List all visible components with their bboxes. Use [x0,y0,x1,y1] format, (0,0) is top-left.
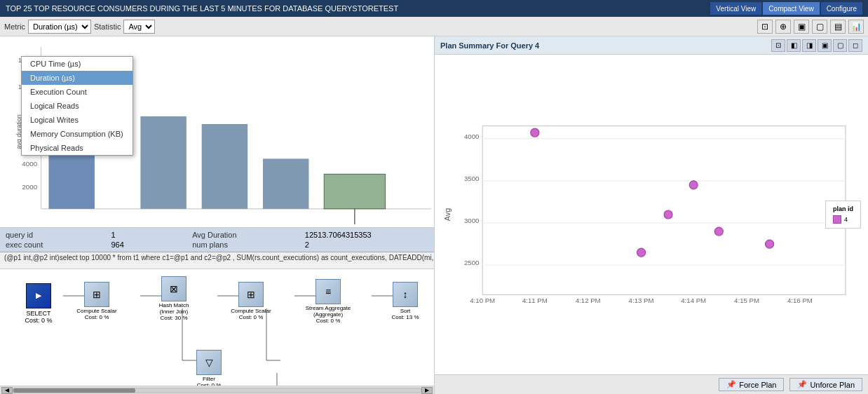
vertical-view-btn[interactable]: Vertical View [710,2,761,15]
force-plan-btn[interactable]: 📌 Force Plan [719,378,784,391]
title-bar: TOP 25 TOP RESOURCE CONSUMERS DURING THE… [0,0,868,17]
configure-btn[interactable]: Configure [821,2,862,15]
svg-text:4000: 4000 [464,133,479,140]
right-panel: Plan Summary For Query 4 ⊡ ◧ ◨ ▣ ▢ ◻ Avg… [435,36,868,394]
right-header-icons: ⊡ ◧ ◨ ▣ ▢ ◻ [771,39,862,52]
hash-match-1-node: ⊠ Hash Match(Inner Join)Cost: 30 % [161,276,202,321]
svg-point-53 [637,248,646,257]
force-plan-bar: 📌 Force Plan 📌 Unforce Plan [435,374,868,394]
legend-title: plan id [833,205,853,212]
sql-text: (@p1 int,@p2 int)select top 10000 * from… [4,254,434,261]
metric-dropdown[interactable]: CPU Time (µs) Duration (µs) Execution Co… [21,56,133,156]
svg-text:4:12 PM: 4:12 PM [576,297,601,304]
chart-type-btn[interactable]: 📊 [848,20,864,34]
stream-agg-1-label: Stream Aggregate(Aggregate)Cost: 0 % [297,305,360,324]
svg-text:3000: 3000 [464,217,479,224]
dropdown-item-cpu[interactable]: CPU Time (µs) [22,57,133,71]
legend-item-4: 4 [833,215,853,224]
plan-summary-title: Plan Summary For Query 4 [440,41,539,50]
execcount-label: exec count [6,240,100,249]
query-info-panel: query id 1 Avg Duration 12513.7064315353… [0,228,434,252]
sort-1-box: ↕ [393,282,418,307]
zoom-out-btn[interactable]: ▢ [812,20,827,34]
zoom-select-btn[interactable]: ▤ [830,20,846,34]
svg-text:4:15 PM: 4:15 PM [734,297,759,304]
svg-point-57 [766,240,774,248]
legend-color-dot [833,215,841,224]
hash-match-1-box: ⊠ [161,276,187,301]
toolbar: Metric Duration (µs) Statistic Avg ⊡ ⊕ ▣… [0,17,868,36]
scatter-chart: Avg 4000 3500 3000 2500 4:10 PM 4:11 PM … [440,60,862,369]
scrollbar-thumb[interactable] [13,388,135,393]
main-content: avg duration 12000 10000 8000 6000 4000 … [0,36,868,394]
unforce-plan-label: Unforce Plan [810,381,855,389]
scroll-right-btn[interactable]: ▶ [421,387,433,394]
filter-2-label: FilterCost: 0 % [188,376,230,386]
svg-text:4:10 PM: 4:10 PM [470,297,495,304]
metric-label: Metric [4,22,25,31]
dropdown-item-execcount[interactable]: Execution Count [22,85,133,99]
scatter-plot-area: Avg 4000 3500 3000 2500 4:10 PM 4:11 PM … [435,55,868,374]
right-zoom-2[interactable]: ◧ [787,39,801,52]
right-panel-header: Plan Summary For Query 4 ⊡ ◧ ◨ ▣ ▢ ◻ [435,36,868,55]
compact-view-btn[interactable]: Compact View [763,2,819,15]
zoom-center-btn[interactable]: ⊕ [775,20,791,34]
plan-area[interactable]: ▶ SELECTCost: 0 % [0,269,434,386]
scatter-legend: plan id 4 [825,201,861,229]
statistic-label: Statistic [94,22,121,31]
unforce-plan-icon: 📌 [797,380,807,389]
svg-text:Avg: Avg [443,208,452,221]
select-node-label: SELECTCost: 0 % [25,310,52,324]
right-zoom-5[interactable]: ▢ [833,39,847,52]
statistic-select[interactable]: Avg [123,20,155,34]
compute-scalar-2-node: ⊞ Compute ScalarCost: 0 % [238,282,279,320]
execcount-value: 964 [111,240,182,249]
horizontal-scrollbar[interactable]: ◀ ▶ [0,386,434,394]
stream-agg-1-node: ≡ Stream Aggregate(Aggregate)Cost: 0 % [316,279,360,324]
stream-agg-1-box: ≡ [316,279,341,304]
dropdown-item-memory[interactable]: Memory Consumption (KB) [22,127,133,141]
legend-plan-value: 4 [844,216,848,223]
zoom-in-btn[interactable]: ▣ [794,20,809,34]
compute-scalar-1-box: ⊞ [84,282,109,307]
dropdown-item-duration[interactable]: Duration (µs) [22,71,133,85]
sql-text-bar: (@p1 int,@p2 int)select top 10000 * from… [0,252,434,269]
scrollbar-track[interactable] [13,388,421,393]
select-node: ▶ SELECTCost: 0 % [14,283,63,324]
numplans-label: num plans [192,240,294,249]
chart-area: avg duration 12000 10000 8000 6000 4000 … [0,36,434,228]
filter-2-box: ▽ [196,350,222,375]
left-panel: avg duration 12000 10000 8000 6000 4000 … [0,36,435,394]
scroll-left-btn[interactable]: ◀ [1,387,13,394]
right-zoom-6[interactable]: ◻ [848,39,862,52]
svg-text:2000: 2000 [22,183,37,191]
zoom-fit-btn[interactable]: ⊡ [757,20,773,34]
select-node-box: ▶ [26,283,51,308]
svg-point-52 [531,128,539,137]
svg-rect-10 [202,124,247,209]
right-zoom-4[interactable]: ▣ [818,39,832,52]
svg-text:2500: 2500 [464,259,479,266]
sort-1-label: SortCost: 13 % [384,308,426,320]
svg-point-55 [689,181,698,189]
svg-point-56 [714,227,723,236]
queryid-label: query id [6,231,100,239]
dropdown-item-logicalreads[interactable]: Logical Reads [22,99,133,113]
compute-scalar-1-label: Compute ScalarCost: 0 % [69,308,125,320]
right-zoom-fit[interactable]: ⊡ [771,39,785,52]
dropdown-item-logicalwrites[interactable]: Logical Writes [22,113,133,127]
unforce-plan-btn[interactable]: 📌 Unforce Plan [789,378,862,391]
filter-2-node: ▽ FilterCost: 0 % [196,350,230,386]
svg-rect-35 [482,126,846,295]
right-zoom-3[interactable]: ◨ [802,39,816,52]
metric-select[interactable]: Duration (µs) [28,20,91,34]
title-bar-buttons: Vertical View Compact View Configure [710,2,862,15]
svg-text:4:14 PM: 4:14 PM [681,297,706,304]
compute-scalar-1-node: ⊞ Compute ScalarCost: 0 % [84,282,125,320]
svg-rect-12 [263,158,308,208]
svg-rect-9 [140,116,186,209]
dropdown-item-physicalreads[interactable]: Physical Reads [22,141,133,155]
compute-scalar-2-box: ⊞ [238,282,264,307]
avgdur-label: Avg Duration [192,231,294,239]
svg-text:4:13 PM: 4:13 PM [629,297,654,304]
